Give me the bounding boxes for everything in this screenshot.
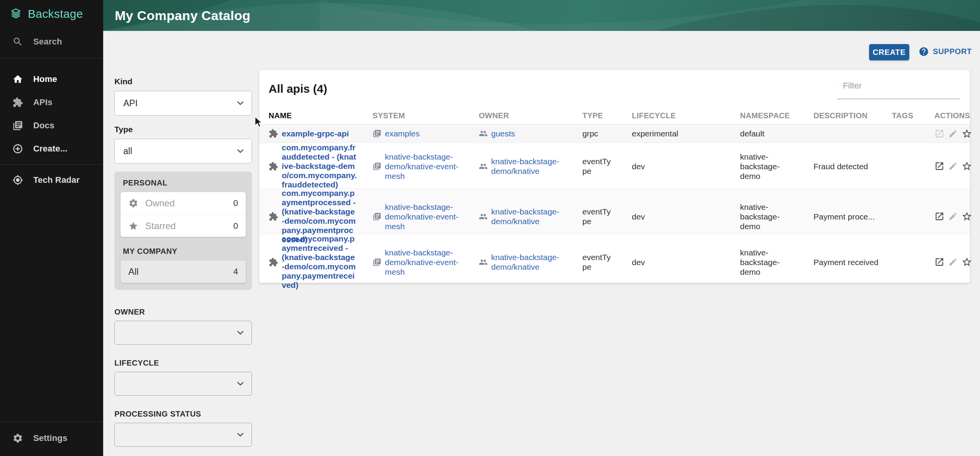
column-header-namespace[interactable]: NAMESPACE	[740, 111, 813, 120]
edit-icon[interactable]	[948, 257, 958, 267]
namespace-cell: knative-backstage-demo	[740, 152, 793, 181]
starred-count: 0	[233, 221, 238, 231]
kind-select[interactable]: API	[114, 91, 252, 116]
owner-select[interactable]	[114, 321, 252, 345]
system-link[interactable]: knative-backstage-demo/knative-event-mes…	[385, 202, 471, 231]
view-api-icon[interactable]	[934, 211, 944, 221]
all-filter-item[interactable]: All 4	[121, 260, 246, 283]
sidebar-item-label: Settings	[33, 433, 67, 443]
api-kind-icon	[269, 212, 278, 221]
group-icon	[479, 212, 488, 221]
owned-count: 0	[233, 198, 238, 208]
main-content: CREATE SUPPORT Kind API Type all PERSONA…	[103, 31, 980, 456]
edit-icon[interactable]	[948, 129, 958, 138]
column-header-tags[interactable]: TAGS	[892, 111, 934, 120]
page-title: My Company Catalog	[115, 8, 250, 23]
edit-icon[interactable]	[948, 162, 958, 171]
table-title: All apis (4)	[269, 82, 327, 95]
column-header-lifecycle[interactable]: LIFECYCLE	[632, 111, 740, 120]
type-cell: eventType	[582, 252, 615, 272]
type-label: Type	[114, 125, 252, 134]
owner-link[interactable]: knative-backstage-demo/knative	[491, 157, 577, 176]
chevron-down-icon	[235, 430, 245, 440]
sidebar-item-settings[interactable]: Settings	[0, 426, 103, 451]
filter-panel: Kind API Type all PERSONAL Owned 0	[114, 77, 252, 456]
kind-value: API	[123, 98, 138, 109]
filter-underline	[837, 99, 960, 99]
backstage-app: Backstage Search Home APIs Docs Create..…	[0, 0, 980, 456]
table-row: com.mycompany.paymentreceived - (knative…	[259, 234, 970, 280]
type-select[interactable]: all	[114, 139, 252, 163]
api-kind-icon	[269, 162, 278, 171]
all-label: All	[128, 266, 139, 277]
processing-status-label: PROCESSING STATUS	[114, 410, 252, 419]
star-icon[interactable]	[961, 211, 972, 222]
type-value: all	[123, 146, 132, 157]
entity-link[interactable]: example-grpc-api	[282, 129, 349, 138]
sidebar-item-label: Home	[33, 74, 57, 84]
my-company-header: MY COMPANY	[123, 247, 246, 256]
table-filter	[837, 81, 960, 99]
description-cell: Payment proce...	[813, 212, 892, 221]
lifecycle-cell: dev	[632, 162, 740, 171]
create-button[interactable]: CREATE	[869, 44, 909, 60]
owner-link[interactable]: guests	[491, 129, 515, 138]
star-icon[interactable]	[961, 161, 972, 172]
owned-filter-item[interactable]: Owned 0	[121, 192, 246, 214]
group-icon	[479, 258, 488, 267]
support-button[interactable]: SUPPORT	[919, 46, 972, 57]
sidebar-item-apis[interactable]: APIs	[0, 91, 103, 114]
description-cell: Fraud detected	[813, 162, 892, 171]
edit-icon[interactable]	[948, 212, 958, 221]
owner-link[interactable]: knative-backstage-demo/knative	[491, 207, 577, 226]
api-kind-icon	[269, 129, 278, 138]
radar-icon	[12, 175, 23, 185]
system-link[interactable]: examples	[385, 129, 420, 138]
personal-card: Owned 0 Starred 0	[121, 192, 246, 237]
description-cell: Payment received	[813, 257, 892, 267]
column-header-name[interactable]: NAME	[269, 111, 373, 120]
home-icon	[12, 74, 23, 85]
star-icon[interactable]	[961, 257, 972, 267]
owner-link[interactable]: knative-backstage-demo/knative	[491, 252, 577, 272]
system-link[interactable]: knative-backstage-demo/knative-event-mes…	[385, 152, 471, 181]
column-header-owner[interactable]: OWNER	[479, 111, 582, 120]
view-api-icon[interactable]	[934, 161, 944, 171]
search-icon	[12, 36, 23, 47]
table-row: com.mycompany.frauddetected - (knative-b…	[259, 143, 970, 189]
view-api-icon	[934, 129, 944, 139]
user-list-picker: PERSONAL Owned 0 Starred 0 MY COMPANY	[114, 172, 252, 290]
column-header-system[interactable]: SYSTEM	[373, 111, 479, 120]
sidebar-item-home[interactable]: Home	[0, 68, 103, 91]
system-link[interactable]: knative-backstage-demo/knative-event-mes…	[385, 248, 471, 277]
column-header-type[interactable]: TYPE	[582, 111, 632, 120]
starred-filter-item[interactable]: Starred 0	[121, 214, 246, 237]
table-filter-input[interactable]	[843, 81, 954, 91]
system-icon	[373, 258, 381, 267]
system-icon	[373, 212, 381, 221]
sidebar-item-tech-radar[interactable]: Tech Radar	[0, 168, 103, 192]
gear-icon	[12, 433, 23, 444]
sidebar: Backstage Search Home APIs Docs Create..…	[0, 0, 103, 456]
sidebar-item-create[interactable]: Create...	[0, 137, 103, 160]
table-header-row: NAME SYSTEM OWNER TYPE LIFECYCLE NAMESPA…	[259, 107, 970, 124]
sidebar-item-docs[interactable]: Docs	[0, 114, 103, 137]
personal-header: PERSONAL	[123, 179, 246, 187]
lifecycle-select[interactable]	[114, 372, 252, 396]
chevron-down-icon	[235, 146, 245, 156]
entity-link[interactable]: com.mycompany.frauddetected - (knative-b…	[282, 143, 357, 189]
processing-status-select[interactable]	[114, 423, 252, 447]
sidebar-item-search[interactable]: Search	[0, 29, 103, 54]
star-icon[interactable]	[961, 128, 972, 139]
sidebar-item-label: Tech Radar	[33, 175, 80, 185]
view-api-icon[interactable]	[934, 257, 944, 267]
filter-icon	[837, 81, 838, 90]
lifecycle-cell: dev	[632, 257, 740, 267]
group-icon	[479, 162, 488, 171]
owner-label: OWNER	[114, 308, 252, 316]
sidebar-logo[interactable]: Backstage	[0, 0, 103, 28]
entity-link[interactable]: com.mycompany.paymentreceived - (knative…	[282, 234, 357, 290]
clear-filter-icon[interactable]	[959, 82, 960, 90]
column-header-description[interactable]: DESCRIPTION	[813, 111, 892, 120]
star-icon	[128, 221, 138, 231]
